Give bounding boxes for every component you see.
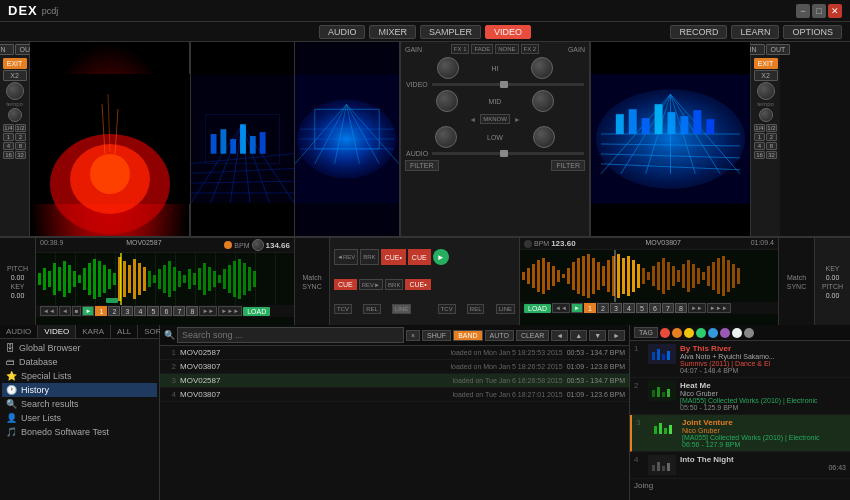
tab-video[interactable]: VIDEO [38,325,76,338]
left-num-1[interactable]: 1 [95,306,107,316]
track-row-2[interactable]: 2 MOV03807 loaded on Mon Jan 5 18:26:52 … [160,360,629,374]
search-nav-down[interactable]: ▼ [589,330,606,341]
left-1[interactable]: 1 [3,133,14,141]
left-4[interactable]: 4 [3,142,14,150]
crossfader-thumb[interactable] [500,81,508,88]
right-num-5[interactable]: 5 [636,303,648,313]
fade-btn[interactable]: FADE [471,44,493,54]
left-line-btn[interactable]: LINE [392,304,411,314]
low-knob-right[interactable] [533,126,555,148]
cue-rev-btn[interactable]: ◄REV [334,249,358,265]
left-play[interactable]: ► [82,306,94,316]
left-prev-btn[interactable]: ◄◄ [40,306,58,316]
left-num-8[interactable]: 8 [186,306,198,316]
left-stop[interactable]: ■ [72,306,82,316]
left-x2-button[interactable]: X2 [3,70,27,81]
cue-brk-btn[interactable]: BRK [360,249,378,265]
left-num-7[interactable]: 7 [173,306,185,316]
left-ff[interactable]: ►► [199,306,217,316]
right-x2-button[interactable]: X2 [754,70,778,81]
left-2[interactable]: 2 [15,133,26,141]
right-cue-dot-btn[interactable]: CUE• [405,279,430,290]
right-track-2[interactable]: 2 Heat Me Nico Gruber [MA055] [630,378,850,415]
fx1-btn[interactable]: FX 1 [451,44,470,54]
left-exit-button[interactable]: EXIT [3,58,27,69]
track-row-4[interactable]: 4 MOV03807 loaded on Tue Jan 6 18:27:01 … [160,388,629,402]
hi-knob-right[interactable] [531,57,553,79]
left-num-6[interactable]: 6 [160,306,172,316]
tree-global-browser[interactable]: 🗄 Global Browser [2,341,157,355]
right-16[interactable]: 16 [754,151,765,159]
tree-user-lists[interactable]: 👤 User Lists [2,411,157,425]
fx2-btn[interactable]: FX 2 [521,44,540,54]
filter-left-btn[interactable]: FILTER [405,160,439,171]
track-row-1[interactable]: 1 MOV02587 loaded on Mon Jan 5 18:25:53 … [160,346,629,360]
color-dot-purple[interactable] [720,328,730,338]
tab-kara[interactable]: KARA [76,325,111,338]
right-knob2[interactable] [759,108,773,122]
cue-btn[interactable]: CUE [408,249,431,265]
mknow-btn[interactable]: MKNOW [480,114,510,124]
nav-options[interactable]: OPTIONS [783,25,842,39]
search-nav-right[interactable]: ► [608,330,625,341]
right-track-1[interactable]: 1 By This River Alva Noto + Ryuichi Saka… [630,341,850,378]
right-8[interactable]: 8 [766,142,777,150]
right-tcv-btn[interactable]: TCV [438,304,456,314]
nav-record[interactable]: RECORD [670,25,727,39]
tree-special-lists[interactable]: ⭐ Special Lists [2,369,157,383]
color-dot-blue[interactable] [708,328,718,338]
right-1-4[interactable]: 1/4 [754,124,765,132]
search-input[interactable] [177,327,404,343]
right-num-7[interactable]: 7 [662,303,674,313]
color-dot-white[interactable] [732,328,742,338]
minimize-button[interactable]: − [796,4,810,18]
right-fff2[interactable]: ►►► [707,303,731,313]
left-num-5[interactable]: 5 [147,306,159,316]
center-play-btn[interactable]: ► [433,249,449,265]
left-fff[interactable]: ►►► [218,306,242,316]
tag-button[interactable]: TAG [634,327,658,338]
left-1-2[interactable]: 1/2 [15,124,26,132]
cue-dot-btn[interactable]: CUE• [381,249,406,265]
low-knob-left[interactable] [435,126,457,148]
color-dot-gray[interactable] [744,328,754,338]
right-num-8[interactable]: 8 [675,303,687,313]
band-btn[interactable]: BAND [453,330,482,341]
left-8[interactable]: 8 [15,142,26,150]
right-num-6[interactable]: 6 [649,303,661,313]
left-tempo-knob[interactable] [6,82,24,100]
left-1-4[interactable]: 1/4 [3,124,14,132]
shuf-btn[interactable]: SHUF [422,330,451,341]
right-line-btn[interactable]: LINE [496,304,515,314]
left-tcv-btn[interactable]: TCV [334,304,352,314]
right-play-btn[interactable]: ► [571,303,583,313]
crossfader-track[interactable] [432,83,584,86]
search-clear-btn[interactable]: × [406,330,420,341]
track-row-3[interactable]: 3 MOV02587 loaded on Tue Jan 6 16:26:58 … [160,374,629,388]
right-1-2[interactable]: 1/2 [766,124,777,132]
color-dot-orange[interactable] [672,328,682,338]
left-play-rev[interactable]: ◄ [59,306,71,316]
right-1[interactable]: 1 [754,133,765,141]
left-load-button[interactable]: LOAD [243,307,270,316]
color-dot-red[interactable] [660,328,670,338]
left-num-3[interactable]: 3 [121,306,133,316]
tab-all[interactable]: ALL [111,325,138,338]
tab-audio[interactable]: AUDIO [0,325,38,338]
tree-bonedo[interactable]: 🎵 Bonedo Software Test [2,425,157,439]
clear-btn[interactable]: CLEAR [516,330,549,341]
right-num-4[interactable]: 4 [623,303,635,313]
left-num-4[interactable]: 4 [134,306,146,316]
search-nav-left[interactable]: ◄ [551,330,568,341]
audio-fader-thumb[interactable] [500,150,508,157]
tree-search-results[interactable]: 🔍 Search results [2,397,157,411]
audio-fader-track[interactable] [432,152,584,155]
left-rel-btn[interactable]: REL [363,304,381,314]
right-cue-btn[interactable]: CUE [334,279,357,290]
right-exit-button[interactable]: EXIT [754,58,778,69]
nav-learn[interactable]: LEARN [731,25,779,39]
right-32[interactable]: 32 [766,151,777,159]
right-4[interactable]: 4 [754,142,765,150]
none-btn[interactable]: NONE [495,44,518,54]
nav-mixer[interactable]: MIXER [369,25,416,39]
